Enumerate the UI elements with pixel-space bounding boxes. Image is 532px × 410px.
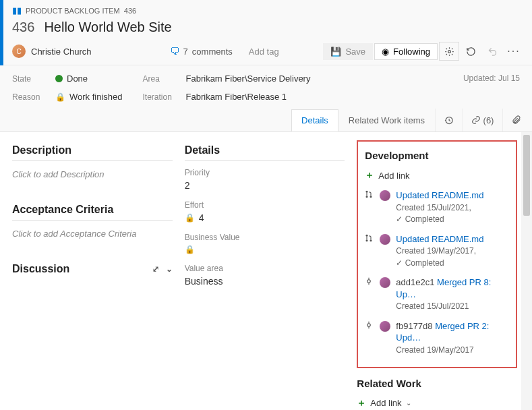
- svg-point-3: [366, 196, 368, 198]
- lock-icon: 🔒: [185, 245, 195, 254]
- commit-icon: [365, 277, 374, 285]
- acceptance-input[interactable]: Click to add Acceptance Criteria: [12, 221, 173, 247]
- details-heading: Details: [185, 140, 345, 161]
- more-icon[interactable]: ···: [504, 42, 524, 61]
- follow-button[interactable]: ◉ Following: [374, 43, 438, 60]
- avatar: [380, 190, 390, 201]
- avatar: [380, 277, 390, 288]
- priority-value[interactable]: 2: [185, 180, 345, 191]
- state-label: State: [12, 74, 46, 84]
- business-value[interactable]: 🔒: [185, 245, 345, 254]
- dev-item[interactable]: Updated README.mdCreated 15/Jul/2021,✓ C…: [365, 185, 509, 229]
- plus-icon: ＋: [365, 169, 374, 181]
- svg-point-9: [367, 324, 371, 327]
- page-title[interactable]: Hello World Web Site: [44, 20, 171, 35]
- related-work-heading: Related Work: [357, 378, 517, 389]
- plus-icon: ＋: [357, 397, 366, 409]
- save-button: 💾 Save: [323, 43, 373, 60]
- iteration-value[interactable]: Fabrikam Fiber\Release 1: [186, 92, 287, 102]
- commit-icon: [365, 321, 374, 329]
- crumb-id: 436: [124, 7, 136, 15]
- iteration-label: Iteration: [143, 92, 177, 102]
- area-label: Area: [143, 74, 177, 84]
- pull-request-icon: [365, 190, 374, 198]
- value-area[interactable]: Business: [185, 276, 345, 287]
- accent-bar: [0, 0, 3, 67]
- effort-value[interactable]: 🔒4: [185, 212, 345, 223]
- avatar: [380, 234, 390, 245]
- expand-icon[interactable]: ⤢: [152, 264, 159, 274]
- undo-icon[interactable]: [482, 42, 502, 61]
- avatar: C: [12, 45, 26, 58]
- title-id: 436: [12, 20, 34, 35]
- attachments-icon[interactable]: [502, 109, 529, 131]
- svg-point-6: [366, 239, 368, 241]
- value-area-label: Value area: [185, 264, 345, 273]
- pr-link: Updated README.md: [396, 234, 483, 244]
- add-dev-link-button[interactable]: ＋ Add link: [365, 165, 509, 185]
- description-input[interactable]: Click to add Description: [12, 161, 173, 187]
- tab-details[interactable]: Details: [291, 109, 338, 131]
- links-tab[interactable]: (6): [462, 109, 502, 131]
- effort-label: Effort: [185, 200, 345, 210]
- tab-related[interactable]: Related Work items: [338, 109, 435, 131]
- add-tag-button[interactable]: Add tag: [245, 45, 283, 58]
- pull-request-icon: [365, 234, 374, 242]
- area-value[interactable]: Fabrikam Fiber\Service Delivery: [186, 74, 311, 84]
- eye-icon: ◉: [382, 47, 389, 57]
- avatar: [380, 321, 390, 332]
- lock-icon: 🔒: [55, 92, 65, 102]
- acceptance-heading: Acceptance Criteria: [12, 200, 173, 221]
- work-item-type-icon: ▮▮: [12, 5, 22, 16]
- updated-time: Updated: Jul 15: [463, 74, 520, 83]
- priority-label: Priority: [185, 168, 345, 177]
- chevron-down-icon[interactable]: ⌄: [166, 264, 173, 274]
- comment-icon: 🗨: [170, 46, 179, 57]
- comments-link[interactable]: 🗨 7 comments: [170, 46, 233, 57]
- development-heading: Development: [365, 150, 509, 161]
- lock-icon: 🔒: [185, 213, 195, 223]
- assigned-to[interactable]: Christie Church: [31, 47, 92, 57]
- refresh-icon[interactable]: [461, 42, 481, 61]
- svg-point-2: [366, 191, 368, 193]
- svg-point-4: [370, 196, 372, 198]
- discussion-heading: Discussion: [12, 263, 69, 275]
- save-icon: 💾: [330, 47, 341, 57]
- pr-link: Updated README.md: [396, 190, 483, 200]
- svg-point-0: [448, 50, 450, 53]
- description-heading: Description: [12, 140, 173, 161]
- history-icon[interactable]: [435, 109, 462, 131]
- svg-point-7: [370, 239, 372, 241]
- business-value-label: Business Value: [185, 233, 345, 242]
- dev-item[interactable]: add1e2c1 Merged PR 8: Up…Created 15/Jul/…: [365, 272, 509, 316]
- gear-icon[interactable]: [439, 42, 459, 61]
- dev-item[interactable]: Updated README.mdCreated 19/May/2017,✓ C…: [365, 229, 509, 273]
- svg-point-5: [366, 234, 368, 236]
- state-value[interactable]: Done: [55, 74, 88, 84]
- dev-item[interactable]: fb9177d8 Merged PR 2: Upd…Created 19/May…: [365, 316, 509, 360]
- chevron-down-icon: ⌄: [406, 399, 411, 407]
- svg-point-8: [367, 280, 371, 283]
- scrollbar-thumb[interactable]: [523, 135, 530, 216]
- state-done-icon: [55, 75, 63, 82]
- add-related-link-button[interactable]: ＋ Add link ⌄: [357, 393, 517, 410]
- reason-label: Reason: [12, 92, 46, 102]
- scrollbar[interactable]: [521, 132, 532, 410]
- reason-value[interactable]: 🔒Work finished: [55, 92, 123, 102]
- crumb-type: PRODUCT BACKLOG ITEM: [26, 7, 120, 15]
